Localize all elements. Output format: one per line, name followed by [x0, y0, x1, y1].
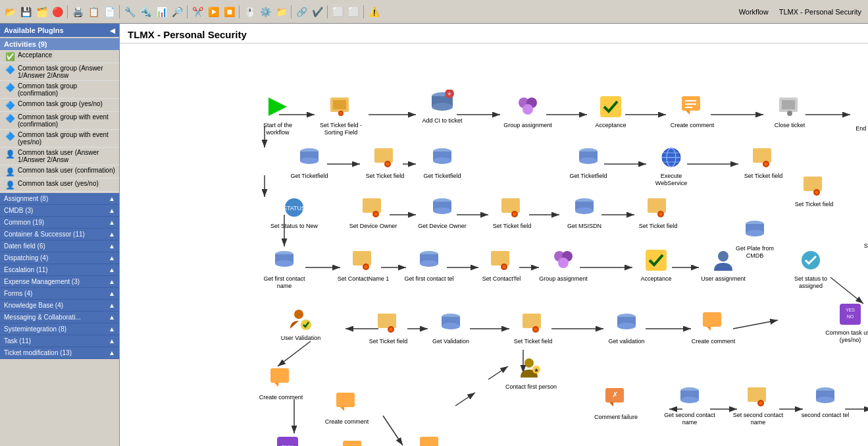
- node-start[interactable]: Start of the workflow: [251, 93, 304, 136]
- node-set-contacttel[interactable]: Set ContactTel: [475, 246, 528, 283]
- category-ticket[interactable]: Ticket modification (13) ▲: [0, 347, 119, 359]
- category-common[interactable]: Common (19) ▲: [0, 217, 119, 229]
- toolbar-print-icon[interactable]: 🖨️: [70, 5, 85, 19]
- node-contact-first-person[interactable]: ★ Contact first person: [505, 354, 557, 391]
- node-get-second-contact-name[interactable]: Get second contact name: [663, 383, 716, 426]
- node-create-comment7[interactable]: Create comment: [404, 433, 457, 446]
- activity-common-task-group-ans[interactable]: 🔷 Common task group (Answer 1/Answer 2/A…: [0, 63, 119, 81]
- sidebar-collapse-btn[interactable]: ◀: [110, 27, 115, 34]
- toolbar-icon6[interactable]: 📋: [86, 5, 101, 19]
- toolbar-icon16[interactable]: ⚙️: [258, 5, 272, 19]
- toolbar-icon17[interactable]: 📁: [274, 5, 288, 19]
- node-set-ticket-sorting[interactable]: Set Ticket field -Sorting Field: [315, 93, 367, 136]
- node-set-status-new[interactable]: STATUS Set Status to New: [268, 194, 320, 230]
- category-task[interactable]: Task (11) ▲: [0, 335, 119, 347]
- activity-acceptance[interactable]: ✅ Acceptance: [0, 50, 119, 63]
- node-set-ticket-field8[interactable]: Set Ticket field: [507, 309, 559, 345]
- node-acceptance1[interactable]: Acceptance: [584, 93, 637, 129]
- node-set-ticket-field2[interactable]: Set Ticket field: [737, 144, 790, 180]
- workflow-canvas[interactable]: Start of the workflow Set Ticket field -…: [120, 43, 868, 446]
- node-get-validation[interactable]: Get Validation: [424, 309, 477, 345]
- category-messaging[interactable]: Messaging & Collaborati... ▲: [0, 312, 119, 323]
- toolbar-icon8[interactable]: 🔧: [122, 5, 137, 19]
- category-dispatching[interactable]: Dispatching (4) ▲: [0, 252, 119, 264]
- node-set-ticket-field4[interactable]: Set Ticket field: [857, 213, 868, 250]
- category-forms[interactable]: Forms (4) ▲: [0, 288, 119, 300]
- toolbar-icon4[interactable]: 🔴: [50, 5, 64, 19]
- node-user-assign-label: User assignment: [701, 275, 746, 283]
- toolbar-icon12[interactable]: ✂️: [190, 5, 205, 19]
- activity-common-task-user-ans[interactable]: 👤 Common task user (Answer 1/Answer 2/An…: [0, 148, 119, 165]
- category-system[interactable]: Systemintegration (8) ▲: [0, 323, 119, 335]
- node-execute-web[interactable]: Execute WebService: [645, 144, 698, 187]
- toolbar-open-icon[interactable]: 📂: [3, 5, 17, 19]
- node-get-ticketfield3-label: Get Ticketfield: [569, 173, 607, 180]
- toolbar-icon19[interactable]: ✔️: [310, 5, 324, 19]
- category-knowledge[interactable]: Knowledge Base (4) ▲: [0, 300, 119, 312]
- toolbar-icon21[interactable]: ⬜: [346, 5, 361, 19]
- node-set-device-owner[interactable]: Set Device Owner: [347, 194, 399, 230]
- node-set-contactname1[interactable]: Set ContactName 1: [337, 246, 390, 283]
- toolbar-icon3[interactable]: 🗂️: [34, 5, 49, 19]
- node-set-ticket-field3[interactable]: Set Ticket field: [788, 172, 840, 208]
- node-set-ticket-field5[interactable]: Set Ticket field: [486, 194, 538, 230]
- activity-common-task-user-yesno[interactable]: 👤 Common task user (yes/no): [0, 179, 119, 192]
- node-close-ticket[interactable]: Close ticket: [763, 93, 816, 129]
- toolbar-icon20[interactable]: ⬜: [330, 5, 345, 19]
- set-ticket-sorting-icon: [327, 93, 355, 121]
- node-create-comment3[interactable]: Create comment: [687, 309, 740, 345]
- cat-escalation-label: Escalation (11): [4, 266, 48, 273]
- toolbar-icon9[interactable]: 🔩: [138, 5, 153, 19]
- node-acceptance2[interactable]: Acceptance: [630, 246, 682, 283]
- node-create-comment1[interactable]: Create comment: [666, 93, 719, 129]
- toolbar-icon7[interactable]: 📄: [102, 5, 116, 19]
- node-get-first-contact-tel[interactable]: Get first contact tel: [403, 246, 455, 283]
- node-add-ci[interactable]: + Add CI to ticket: [416, 88, 469, 125]
- node-get-msisdn[interactable]: Get MSISDN: [558, 194, 611, 230]
- node-get-first-contact-name[interactable]: Get first contact name: [258, 246, 311, 290]
- node-get-validation2[interactable]: Get validation: [600, 309, 653, 345]
- node-get-ticketfield3[interactable]: Get Ticketfield: [562, 144, 615, 180]
- node-set-second-contact-name[interactable]: Set second contact name: [732, 383, 784, 426]
- toolbar-icon18[interactable]: 🔗: [294, 5, 309, 19]
- node-comment-failure[interactable]: ✗ Comment failure: [590, 385, 642, 421]
- node-set-contactname1-label: Set ContactName 1: [338, 275, 390, 283]
- node-create-comment5[interactable]: Create comment: [320, 389, 373, 426]
- node-set-ticket-field1[interactable]: Set Ticket field: [359, 144, 411, 180]
- node-get-ticketfield2[interactable]: Get Ticketfield: [416, 144, 469, 180]
- node-get-device-owner[interactable]: Get Device Owner: [416, 194, 469, 230]
- toolbar-icon15[interactable]: 🖱️: [242, 5, 257, 19]
- activity-common-task-user-conf[interactable]: 👤 Common task user (confirmation): [0, 165, 119, 179]
- category-container[interactable]: Container & Successor (11) ▲: [0, 229, 119, 240]
- node-common-task-user-yesno[interactable]: YES NO Common task user (yes/no): [821, 300, 868, 344]
- node-set-status-assigned[interactable]: Set status to assigned: [784, 246, 837, 290]
- toolbar-icon11[interactable]: 🔎: [170, 5, 184, 19]
- node-get-second-contact-tel[interactable]: second contact tel: [799, 383, 852, 419]
- activity-common-task-group-event-yesno[interactable]: 🔷 Common task group with event (yes/no): [0, 130, 119, 148]
- node-user-assign[interactable]: User assignment: [697, 246, 750, 283]
- node-group-assign1[interactable]: Group assignment: [501, 93, 554, 129]
- category-cmdb[interactable]: CMDB (3) ▲: [0, 205, 119, 217]
- node-create-comment4[interactable]: Create comment: [255, 365, 307, 401]
- node-create-comment2[interactable]: Create comment: [863, 347, 868, 383]
- node-set-ticket-field7[interactable]: Set Ticket field: [362, 309, 415, 345]
- activity-common-task-group-yesno[interactable]: 🔷 Common task group (yes/no): [0, 99, 119, 112]
- node-user-validation[interactable]: User Validation: [274, 306, 327, 342]
- node-get-ticketfield1[interactable]: Get Ticketfield: [283, 144, 336, 180]
- activity-common-task-group-conf[interactable]: 🔷 Common task group (confirmation): [0, 81, 119, 99]
- category-daten[interactable]: Daten field (6) ▲: [0, 240, 119, 252]
- node-create-comment6[interactable]: Create comment: [327, 437, 380, 446]
- toolbar-save-icon[interactable]: 💾: [18, 5, 33, 19]
- node-common-task-user2[interactable]: TASK Common task user (Answer 1/Answer 2…: [258, 433, 317, 446]
- toolbar-icon14[interactable]: ⏹️: [222, 5, 236, 19]
- node-set-ticket-field6[interactable]: Set Ticket field: [632, 194, 684, 230]
- category-assignment[interactable]: Assignment (8) ▲: [0, 193, 119, 205]
- category-expense[interactable]: Expense Management (3) ▲: [0, 276, 119, 288]
- activity-common-task-group-event-conf[interactable]: 🔷 Common task group with event (confirma…: [0, 112, 119, 130]
- toolbar-icon13[interactable]: ▶️: [206, 5, 220, 19]
- category-escalation[interactable]: Escalation (11) ▲: [0, 264, 119, 276]
- node-group-assign2[interactable]: Group assignment: [537, 246, 590, 283]
- node-end-workflow[interactable]: End of workflow: [850, 96, 868, 132]
- toolbar-icon10[interactable]: 📊: [154, 5, 168, 19]
- toolbar-icon22[interactable]: ⚠️: [367, 5, 381, 19]
